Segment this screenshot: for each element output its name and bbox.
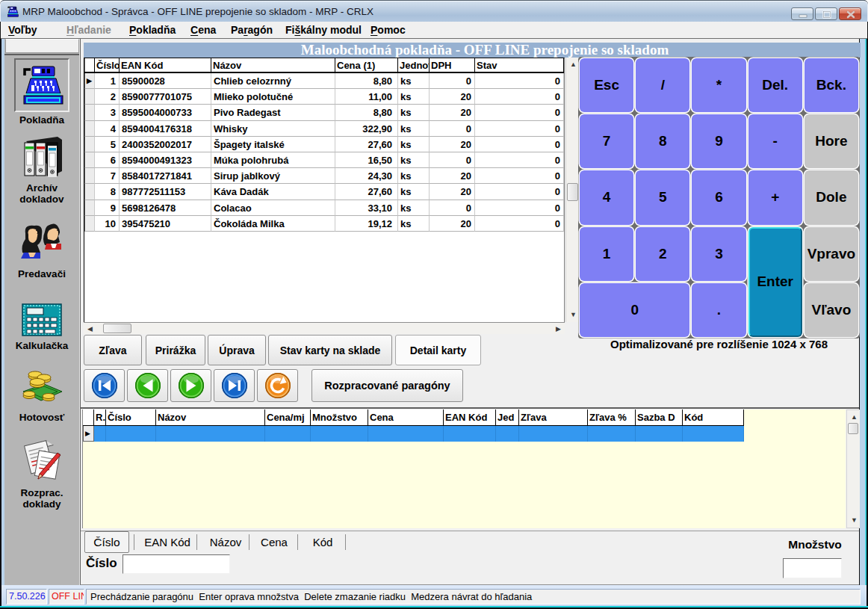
keypad-key-[interactable]: + — [748, 170, 802, 224]
sidebar-item-pokladna[interactable]: Pokladňa — [4, 58, 79, 126]
scroll-left-icon[interactable]: ◀ — [87, 326, 93, 333]
table-row[interactable]: 78584017271841Sirup jablkový24,30ks200 — [84, 168, 564, 184]
table-row[interactable]: ▶185900028Chlieb celozrnný8,80ks00 — [84, 73, 564, 89]
table-cell: ks — [398, 216, 430, 232]
tab-kod[interactable]: Kód — [300, 531, 346, 553]
menu-item[interactable]: Pomoc — [371, 24, 406, 36]
receipt-table[interactable]: R.ČísloNázovCena/mjMnožstvoCenaEAN KódJe… — [82, 409, 846, 528]
scroll-down-icon[interactable]: ▼ — [851, 517, 858, 524]
table-cell: 8,80 — [335, 105, 398, 120]
keypad-key-dole[interactable]: Dole — [805, 170, 858, 224]
resolution-note: Optimalizované pre rozlíšenie 1024 x 768 — [578, 338, 860, 350]
keypad-key-del[interactable]: Del. — [748, 58, 802, 112]
scroll-down-icon[interactable]: ▼ — [570, 312, 577, 318]
table-cell: Múka polohrubá — [211, 152, 335, 168]
tab-nazov[interactable]: Názov — [199, 531, 252, 553]
keypad-key-9[interactable]: 9 — [692, 114, 745, 168]
sidebar-item-predavaci[interactable]: Predavači — [4, 220, 79, 279]
minimize-button[interactable] — [791, 7, 813, 20]
receipt-vscroll-thumb[interactable] — [848, 423, 858, 434]
products-vscrollbar[interactable]: ▲ ▼ — [565, 58, 579, 322]
tab-cena[interactable]: Cena — [251, 531, 297, 553]
sidebar-item-archiv[interactable]: Archívdokladov — [4, 134, 79, 205]
tab-cislo[interactable]: Číslo — [84, 531, 129, 553]
keypad-key-[interactable]: . — [692, 283, 745, 337]
keypad-key-0[interactable]: 0 — [580, 283, 689, 337]
column-header: R. — [94, 409, 106, 426]
nav-first-button[interactable] — [84, 369, 125, 402]
menu-item[interactable]: Cena — [190, 24, 216, 36]
window-frame-bottom — [0, 606, 868, 609]
scroll-right-icon[interactable]: ▶ — [556, 326, 561, 333]
keypad-key-4[interactable]: 4 — [580, 170, 633, 224]
table-row[interactable]: 8987772511153Káva Dadák27,60ks200 — [84, 184, 564, 200]
keypad-key-[interactable]: / — [636, 58, 689, 112]
tab-separator — [134, 534, 134, 550]
products-hscroll-thumb[interactable] — [103, 324, 131, 333]
scroll-up-icon[interactable]: ▲ — [851, 414, 858, 421]
table-row[interactable]: 48594004176318Whisky322,90ks00 — [84, 121, 564, 137]
products-table[interactable]: ČísloEAN KódNázovCena (1)JednotDPHStav ▶… — [84, 58, 565, 322]
keypad-key-5[interactable]: 5 — [636, 170, 689, 224]
tab-ean-kod[interactable]: EAN Kód — [136, 531, 199, 553]
keypad-key-vavo[interactable]: Vľavo — [805, 283, 858, 337]
nav-next-button[interactable] — [170, 369, 211, 402]
nav-refresh-button[interactable] — [257, 369, 298, 402]
close-button[interactable] — [839, 7, 861, 20]
table-cell: Čokoláda Milka — [211, 216, 335, 232]
table-row[interactable]: 68594000491323Múka polohrubá16,50ks00 — [84, 152, 564, 168]
menu-item[interactable]: Voľby — [8, 24, 37, 36]
keypad-key-3[interactable]: 3 — [692, 227, 745, 281]
table-cell: 20 — [430, 168, 475, 184]
table-row[interactable]: 28590077701075Mlieko polotučné11,00ks200 — [84, 89, 564, 105]
uprava-button[interactable]: Úprava — [208, 335, 266, 365]
keypad-key-8[interactable]: 8 — [636, 114, 689, 168]
table-cell: ks — [398, 200, 430, 216]
nav-last-button[interactable] — [214, 369, 255, 402]
table-row[interactable]: 52400352002017Špagety italské27,60ks200 — [84, 137, 564, 152]
keypad-key-vpravo[interactable]: Vpravo — [805, 227, 858, 281]
table-row[interactable]: ▶ — [83, 426, 846, 442]
keypad-key-1[interactable]: 1 — [580, 227, 633, 281]
quantity-label: Množstvo — [786, 538, 844, 551]
stav-karty-button[interactable]: Stav karty na sklade — [268, 335, 392, 365]
menu-item[interactable]: Paragón — [231, 24, 273, 36]
table-row[interactable]: 10395475210Čokoláda Milka19,12ks200 — [84, 216, 564, 232]
table-cell: 27,60 — [335, 137, 398, 152]
zlava-button[interactable]: Zľava — [84, 335, 142, 365]
keypad-key-bck[interactable]: Bck. — [805, 58, 858, 112]
table-cell: 0 — [430, 73, 475, 89]
products-vscroll-thumb[interactable] — [567, 183, 578, 201]
keypad-key-hore[interactable]: Hore — [805, 114, 858, 168]
keypad-key-[interactable]: * — [692, 58, 745, 112]
quantity-input[interactable] — [783, 558, 842, 578]
products-hscrollbar[interactable]: ◀ ▶ — [84, 322, 565, 334]
table-cell: 987772511153 — [120, 184, 211, 200]
prirazka-button[interactable]: Prirážka — [146, 335, 205, 365]
keypad-key-[interactable]: - — [748, 114, 802, 168]
table-row[interactable]: 38595004000733Pivo Radegast8,80ks200 — [84, 105, 564, 120]
sidebar-item-rozprac[interactable]: Rozprac.doklady — [4, 436, 79, 510]
keypad-key-7[interactable]: 7 — [580, 114, 633, 168]
scroll-up-icon[interactable]: ▲ — [570, 61, 577, 68]
sidebar-item-hotovost[interactable]: Hotovosť — [4, 366, 79, 423]
keypad-key-esc[interactable]: Esc — [580, 58, 633, 112]
nav-prev-button[interactable] — [127, 369, 168, 402]
menu-item[interactable]: Hľadanie — [66, 24, 111, 36]
keypad-key-2[interactable]: 2 — [636, 227, 689, 281]
rozpracovane-paragony-button[interactable]: Rozpracované paragóny — [311, 369, 463, 402]
search-input[interactable] — [123, 554, 230, 574]
menu-item[interactable]: Pokladňa — [129, 24, 176, 36]
table-row[interactable]: 95698126478Colacao33,10ks00 — [84, 200, 564, 216]
keypad-key-enter[interactable]: Enter — [748, 227, 802, 337]
table-cell: Mlieko polotučné — [211, 89, 335, 105]
receipt-vscrollbar[interactable]: ▲ ▼ — [846, 409, 860, 528]
sidebar-item-kalkulacka[interactable]: Kalkulačka — [4, 302, 79, 351]
table-cell: 33,10 — [335, 200, 398, 216]
keypad-key-6[interactable]: 6 — [692, 170, 745, 224]
detail-karty-button[interactable]: Detail karty — [395, 335, 481, 365]
menu-item[interactable]: Fiškálny modul — [285, 24, 362, 36]
column-header: Zľava — [519, 409, 588, 426]
maximize-button[interactable] — [815, 7, 837, 20]
refresh-icon — [264, 371, 292, 400]
